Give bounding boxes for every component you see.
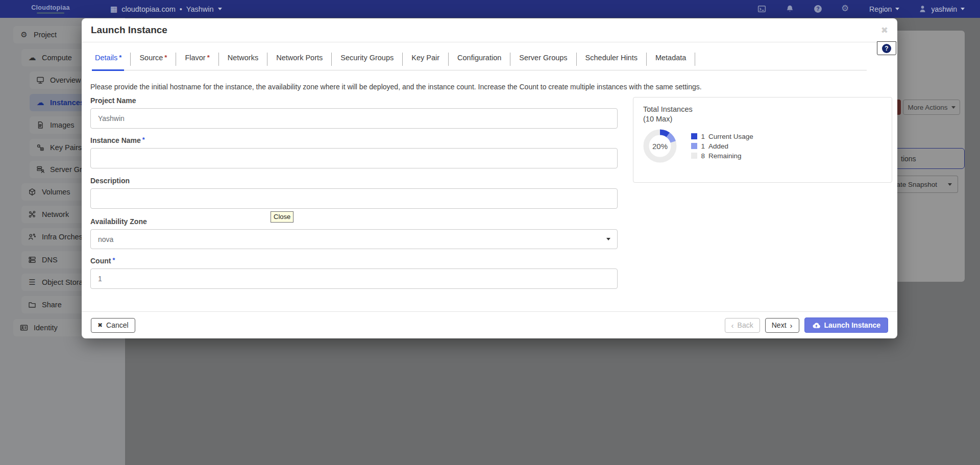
instances-donut-chart: 20%	[643, 129, 677, 163]
region-dropdown[interactable]: Region	[869, 5, 899, 13]
chevron-down-icon	[606, 238, 610, 240]
legend-item-remaining: 8 Remaining	[691, 152, 753, 160]
legend-swatch	[691, 153, 697, 159]
top-navbar: Cloudtopiaa ▦ cloudtopiaa.com • Yashwin …	[0, 0, 980, 18]
user-icon	[918, 4, 927, 14]
project-name-input[interactable]	[90, 108, 618, 129]
brand-name: Cloudtopiaa	[17, 4, 84, 11]
instance-name-input[interactable]	[90, 148, 618, 168]
tab-networks[interactable]: Networks	[219, 53, 267, 66]
settings-gear-icon[interactable]: ⚙	[841, 4, 851, 14]
next-button[interactable]: Next ›	[765, 318, 799, 333]
modal-header: Launch Instance ✖	[82, 18, 897, 42]
domain-label: cloudtopiaa.com	[121, 5, 176, 13]
project-name-field: Project Name	[90, 96, 618, 129]
context-separator: •	[180, 5, 182, 13]
user-label: yashwin	[931, 5, 957, 13]
tab-security-groups[interactable]: Security Groups	[332, 53, 403, 66]
close-tooltip: Close	[271, 211, 293, 223]
description-field: Description	[90, 177, 618, 209]
brand-tagline	[37, 12, 64, 14]
back-button[interactable]: ‹ Back	[725, 318, 760, 333]
total-instances-panel: Total Instances (10 Max) 20%	[633, 97, 892, 183]
tab-flavor[interactable]: Flavor *	[176, 53, 218, 66]
tab-server-groups[interactable]: Server Groups	[510, 53, 576, 66]
cancel-button[interactable]: ✖ Cancel	[91, 318, 135, 333]
project-switcher[interactable]: ▦ cloudtopiaa.com • Yashwin	[110, 5, 222, 13]
brand-logo[interactable]: Cloudtopiaa	[17, 4, 84, 14]
chevron-right-icon: ›	[790, 321, 793, 330]
project-name-label: Project Name	[90, 96, 618, 105]
grid-icon: ▦	[110, 5, 117, 13]
close-icon[interactable]: ✖	[881, 26, 888, 35]
description-label: Description	[90, 177, 618, 185]
required-asterisk: *	[112, 257, 115, 264]
required-asterisk: *	[119, 54, 121, 61]
donut-legend: 1 Current Usage 1 Added 8 Remaining	[691, 133, 753, 160]
instance-name-field: Instance Name*	[90, 136, 618, 168]
donut-percent-label: 20%	[643, 129, 677, 163]
cloud-upload-icon	[812, 322, 821, 329]
legend-item-added: 1 Added	[691, 142, 753, 150]
count-label: Count*	[90, 257, 618, 265]
svg-text:?: ?	[816, 6, 819, 12]
legend-item-current-usage: 1 Current Usage	[691, 133, 753, 140]
description-input[interactable]	[90, 188, 618, 209]
modal-footer: ✖ Cancel ‹ Back Next › Launch Insta	[82, 311, 897, 338]
availability-zone-label: Availability Zone	[90, 217, 618, 226]
tab-source[interactable]: Source *	[131, 53, 176, 66]
question-mark-icon: ?	[882, 44, 891, 53]
project-label: Yashwin	[186, 5, 214, 13]
chevron-left-icon: ‹	[731, 321, 734, 330]
availability-zone-field: Availability Zone nova	[90, 217, 618, 249]
app-canvas: Cloudtopiaa ▦ cloudtopiaa.com • Yashwin …	[0, 0, 980, 465]
x-icon: ✖	[97, 322, 103, 329]
notifications-bell-icon[interactable]	[785, 4, 795, 14]
required-asterisk: *	[207, 54, 210, 61]
availability-zone-select[interactable]: nova	[90, 229, 618, 249]
tab-metadata[interactable]: Metadata	[647, 53, 695, 66]
count-input[interactable]	[90, 268, 618, 289]
legend-swatch	[691, 133, 697, 139]
panel-title: Total Instances	[643, 105, 882, 113]
tab-configuration[interactable]: Configuration	[449, 53, 510, 66]
launch-instance-button[interactable]: Launch Instance	[804, 317, 888, 333]
wizard-intro-text: Please provide the initial hostname for …	[90, 83, 795, 91]
wizard-tabs: Details * Source * Flavor * Networks Net…	[92, 48, 867, 70]
legend-swatch	[691, 143, 697, 149]
modal-title: Launch Instance	[91, 25, 167, 36]
launch-instance-modal: Launch Instance ✖ ? Details * Source * F…	[82, 18, 897, 338]
required-asterisk: *	[164, 54, 167, 61]
count-field: Count*	[90, 257, 618, 289]
region-label: Region	[869, 5, 892, 13]
tab-details[interactable]: Details *	[92, 53, 131, 66]
chevron-down-icon	[218, 8, 222, 10]
chevron-down-icon	[961, 8, 965, 10]
wizard-help-button[interactable]: ?	[877, 41, 896, 55]
chevron-down-icon	[895, 8, 899, 10]
user-menu[interactable]: yashwin	[918, 4, 965, 14]
terminal-icon[interactable]	[757, 4, 767, 14]
instance-name-label: Instance Name*	[90, 136, 618, 144]
tab-key-pair[interactable]: Key Pair	[403, 53, 449, 66]
required-asterisk: *	[142, 136, 145, 143]
tab-network-ports[interactable]: Network Ports	[267, 53, 332, 66]
help-icon[interactable]: ?	[813, 4, 823, 14]
tab-scheduler-hints[interactable]: Scheduler Hints	[577, 53, 647, 66]
panel-subtitle: (10 Max)	[643, 115, 882, 123]
